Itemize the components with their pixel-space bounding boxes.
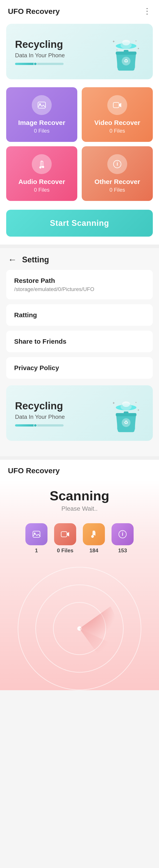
scan-icon-other: i 153 (111, 523, 134, 554)
svg-point-26 (122, 401, 130, 407)
svg-text:✦: ✦ (112, 39, 115, 43)
restore-sub: /storage/emulated/0/Pictures/UFO (14, 286, 145, 292)
screen-scanning: UFO Recovery Scanning Please Wait.. 1 (0, 460, 159, 690)
scanning-body: Scanning Please Wait.. 1 (0, 479, 159, 690)
scan-audio-count: 184 (89, 548, 98, 554)
image-card-count: 0 Files (34, 128, 50, 134)
image-recover-card[interactable]: Image Recover 0 Files (6, 87, 77, 142)
scan-other-count: 153 (118, 548, 127, 554)
recycling-banner: Recycling Data In Your Phone ♻ (6, 24, 153, 79)
settings-top-bar: ← Setting (0, 248, 159, 270)
svg-text:✦: ✦ (135, 401, 137, 404)
svg-point-33 (91, 535, 94, 538)
screen-divider-2 (0, 456, 159, 460)
video-icon (107, 95, 127, 115)
svg-text:✦: ✦ (135, 40, 137, 42)
svg-text:i: i (116, 161, 118, 167)
video-card-title: Video Recover (94, 119, 140, 126)
banner2-title: Recycling (15, 400, 65, 412)
settings-item-share[interactable]: Share to Friends (6, 331, 153, 352)
svg-text:✦: ✦ (116, 49, 118, 51)
settings-item-rating[interactable]: Ratting (6, 304, 153, 326)
svg-text:i: i (122, 531, 124, 537)
scan-video-box (54, 523, 76, 545)
svg-rect-23 (124, 411, 129, 414)
svg-text:✦: ✦ (137, 47, 139, 50)
screen-settings: ← Setting Restore Path /storage/emulated… (0, 248, 159, 456)
ufo-trash-illustration-2: ♻ ✦ ✦ ✦ (104, 393, 144, 433)
banner2-subtitle: Data In Your Phone (15, 413, 65, 420)
menu-dots-icon[interactable]: ⋮ (143, 7, 151, 16)
radar-sweep-svg (18, 567, 141, 690)
svg-text:♻: ♻ (124, 420, 128, 425)
audio-recover-card[interactable]: Audio Recover 0 Files (6, 146, 77, 201)
share-label: Share to Friends (14, 338, 145, 345)
settings-title: Setting (22, 255, 49, 265)
other-icon: i (107, 154, 127, 174)
banner-subtitle: Data In Your Phone (15, 52, 65, 59)
scan-icons-row: 1 0 Files (25, 523, 134, 554)
scanning-top-bar: UFO Recovery (0, 460, 159, 479)
scan-audio-box (83, 523, 105, 545)
settings-item-privacy[interactable]: Privacy Policy (6, 357, 153, 379)
banner-title: Recycling (15, 38, 65, 50)
scan-other-box: i (111, 523, 134, 545)
screen-main: UFO Recovery ⋮ Recycling Data In Your Ph… (0, 0, 159, 245)
audio-card-count: 0 Files (34, 187, 50, 193)
back-button[interactable]: ← (8, 255, 17, 265)
screen-divider-1 (0, 245, 159, 248)
other-card-count: 0 Files (109, 187, 125, 193)
progress-bar-track (15, 63, 63, 65)
start-scan-button[interactable]: Start Scanning (6, 210, 153, 237)
scanning-heading: Scanning (50, 488, 109, 503)
scan-video-count: 0 Files (57, 548, 74, 554)
scan-button-wrap: Start Scanning (0, 205, 159, 245)
svg-rect-12 (38, 102, 46, 108)
top-bar: UFO Recovery ⋮ (0, 0, 159, 20)
scan-icon-audio: 184 (83, 523, 105, 554)
other-card-title: Other Recover (95, 178, 140, 186)
video-card-count: 0 Files (109, 128, 125, 134)
scan-image-count: 1 (35, 548, 38, 554)
svg-text:✦: ✦ (137, 409, 139, 412)
progress-dot-2 (33, 424, 37, 427)
image-icon (32, 95, 52, 115)
svg-rect-14 (113, 102, 119, 108)
progress-bar-fill (15, 63, 34, 65)
svg-text:♻: ♻ (124, 58, 128, 64)
audio-icon (32, 154, 52, 174)
svg-rect-4 (124, 50, 129, 53)
other-recover-card[interactable]: i Other Recover 0 Files (82, 146, 153, 201)
scan-icon-video: 0 Files (54, 523, 76, 554)
privacy-label: Privacy Policy (14, 364, 145, 372)
ufo-trash-illustration: ♻ ✦ ✦ ✦ ✦ (104, 32, 144, 71)
scanning-subheading: Please Wait.. (61, 505, 98, 512)
rating-label: Ratting (14, 311, 145, 319)
scan-icon-image: 1 (25, 523, 48, 554)
progress-bar-track-2 (15, 424, 63, 427)
progress-bar-fill-2 (15, 424, 34, 427)
restore-label: Restore Path (14, 277, 145, 284)
scan-image-box (25, 523, 48, 545)
recycling-banner-2: Recycling Data In Your Phone ♻ ✦ ✦ ✦ (6, 385, 153, 441)
svg-rect-30 (33, 531, 40, 537)
audio-card-title: Audio Recover (18, 178, 65, 186)
banner-text: Recycling Data In Your Phone (15, 38, 65, 65)
recovery-grid: Image Recover 0 Files Video Recover 0 Fi… (0, 83, 159, 205)
scanning-app-title: UFO Recovery (8, 466, 60, 475)
banner2-text: Recycling Data In Your Phone (15, 400, 65, 427)
app-title: UFO Recovery (8, 7, 60, 16)
svg-rect-32 (61, 532, 67, 537)
radar-display (18, 567, 141, 690)
video-recover-card[interactable]: Video Recover 0 Files (82, 87, 153, 142)
progress-dot (33, 63, 37, 65)
image-card-title: Image Recover (18, 119, 65, 126)
settings-list: Restore Path /storage/emulated/0/Picture… (0, 270, 159, 379)
svg-point-7 (122, 40, 130, 45)
svg-text:✦: ✦ (112, 401, 115, 405)
settings-item-restore[interactable]: Restore Path /storage/emulated/0/Picture… (6, 270, 153, 300)
